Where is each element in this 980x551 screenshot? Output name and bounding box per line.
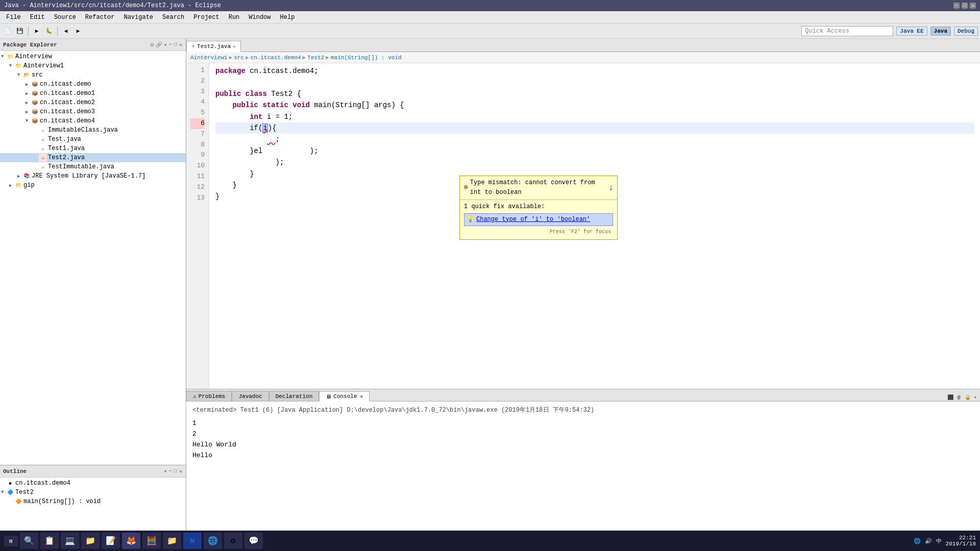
taskbar-calc[interactable]: 🧮 [142,533,161,549]
maximize-panel-button[interactable]: □ [174,41,178,48]
outline-item[interactable]: 🔶main(String[]) : void [0,497,186,506]
menu-button[interactable]: ▾ [163,41,167,48]
breadcrumb-item-3[interactable]: cn.itcast.demo4 [251,55,301,61]
tree-item[interactable]: ☕Test1.java [0,144,186,153]
outline-item[interactable]: ◆cn.itcast.demo4 [0,479,186,488]
toolbar-new[interactable]: 📄 [2,26,13,37]
menu-item-run[interactable]: Run [225,13,244,22]
tree-item[interactable]: ☕Test2.java [0,153,186,162]
taskbar-cortana[interactable]: 💻 [61,533,79,549]
console-label: Console [333,393,357,399]
tree-item[interactable]: ▶📦cn.itcast.demo [0,80,186,89]
tree-item[interactable]: ▶📚JRE System Library [JavaSE-1.7] [0,171,186,181]
tree-arrow[interactable]: ▶ [26,82,31,87]
tree-item[interactable]: ▶📁gip [0,181,186,190]
outline-menu[interactable]: ▾ [163,468,167,475]
outline-minimize[interactable]: ─ [168,468,173,475]
taskbar-explorer[interactable]: 📁 [81,533,100,549]
toolbar-back[interactable]: ◀ [60,26,71,37]
taskbar-notepad[interactable]: 📝 [102,533,120,549]
keyboard-layout: 中 [936,537,942,545]
tree-item[interactable]: ▼📦cn.itcast.demo4 [0,116,186,126]
tree-item[interactable]: ☕TestImmutable.java [0,162,186,171]
maximize-button[interactable]: □ [962,3,968,9]
toolbar-debug[interactable]: 🐛 [43,26,55,37]
perspective-java[interactable]: Java [930,27,951,36]
code-line-7: ; [215,134,974,145]
tab-console[interactable]: 🖥 Console ✕ [319,391,370,402]
tree-item[interactable]: ▼📁Ainterview1 [0,61,186,70]
taskbar-firefox[interactable]: 🦊 [122,533,140,549]
tree-arrow[interactable]: ▼ [1,54,6,59]
start-button[interactable]: ⊞ [4,536,18,546]
editor-tab-test2[interactable]: ⚡ Test2.java ✕ [186,41,241,52]
menu-item-edit[interactable]: Edit [26,13,49,22]
menu-item-project[interactable]: Project [189,13,223,22]
taskbar-taskview[interactable]: 📋 [40,533,59,549]
taskbar-search[interactable]: 🔍 [20,533,38,549]
outline-item[interactable]: ▼🔷Test2 [0,488,186,497]
breadcrumb-item-1[interactable]: Ainterview1 [190,55,228,61]
tab-problems[interactable]: ⚠ Problems [186,391,232,401]
code-editor[interactable]: 1 2 3 4 5 6 7 8 9 10 11 12 13 package cn… [186,63,980,389]
menu-item-help[interactable]: Help [276,13,299,22]
console-close[interactable]: ✕ [360,394,363,399]
menu-item-source[interactable]: Source [50,13,80,22]
tree-arrow[interactable]: ▶ [26,91,31,96]
close-button[interactable]: ✕ [970,3,976,9]
menu-item-window[interactable]: Window [244,13,275,22]
quick-access-input[interactable]: Quick Access [801,26,893,36]
tooltip-fix-item[interactable]: 💡 Change type of 'i' to 'boolean' [464,213,613,226]
perspective-java-ee[interactable]: Java EE [896,27,927,36]
tree-arrow[interactable]: ▶ [17,173,22,179]
console-terminate[interactable]: ⬛ [946,394,954,401]
tree-arrow[interactable]: ▶ [26,109,31,115]
tree-arrow[interactable]: ▼ [9,63,14,68]
outline-close[interactable]: ✕ [179,468,183,475]
minimize-panel-button[interactable]: ─ [168,41,173,48]
tree-item[interactable]: ▶📦cn.itcast.demo3 [0,107,186,116]
taskbar-word[interactable]: W [183,533,202,549]
console-content: <terminated> Test1 (6) [Java Application… [186,402,980,537]
console-menu[interactable]: ▾ [973,394,978,401]
menu-item-refactor[interactable]: Refactor [81,13,119,22]
toolbar-save[interactable]: 💾 [14,26,26,37]
menu-item-navigate[interactable]: Navigate [119,13,157,22]
breadcrumb-item-5[interactable]: main(String[]) : void [331,55,402,61]
taskbar-browser[interactable]: 🌐 [204,533,222,549]
tab-declaration[interactable]: Declaration [269,391,320,401]
tree-item[interactable]: ▶📦cn.itcast.demo2 [0,98,186,107]
code-content[interactable]: package cn.itcast.demo4; public class Te… [209,63,980,389]
menu-item-file[interactable]: File [2,13,25,22]
tab-close-button[interactable]: ✕ [233,44,235,49]
tree-item[interactable]: ☕ImmutableClass.java [0,126,186,135]
console-scroll-lock[interactable]: 🔒 [964,394,972,401]
console-clear[interactable]: 🗑 [955,394,963,401]
tree-arrow[interactable]: ▶ [9,183,14,188]
taskbar-settings[interactable]: ⚙ [224,533,242,549]
tree-arrow[interactable]: ▶ [26,100,31,106]
tree-item[interactable]: ☕Test.java [0,135,186,144]
editor-tabs: ⚡ Test2.java ✕ [186,39,980,52]
taskbar-folder[interactable]: 📁 [163,533,181,549]
tree-item[interactable]: ▼📁Ainterview [0,52,186,61]
breadcrumb-item-4[interactable]: Test2 [307,55,324,61]
outline-maximize[interactable]: □ [174,468,178,475]
close-panel-button[interactable]: ✕ [179,41,183,48]
toolbar-run[interactable]: ▶ [31,26,42,37]
fix-link[interactable]: Change type of 'i' to 'boolean' [476,215,590,224]
tree-arrow[interactable]: ▼ [17,72,22,78]
link-editor-button[interactable]: 🔗 [155,41,162,48]
tab-javadoc[interactable]: Javadoc [232,391,268,401]
breadcrumb-item-2[interactable]: src [234,55,244,61]
menu-item-search[interactable]: Search [158,13,188,22]
tree-item[interactable]: ▼📂src [0,70,186,80]
collapse-all-button[interactable]: ⊟ [150,41,154,48]
taskbar-wechat[interactable]: 💬 [244,533,263,549]
tree-arrow[interactable]: ▼ [26,118,31,123]
toolbar-forward[interactable]: ▶ [72,26,84,37]
editor-area: ⚡ Test2.java ✕ Ainterview1 ▶ src ▶ cn.it… [186,39,980,537]
minimize-button[interactable]: ─ [953,3,960,9]
perspective-debug[interactable]: Debug [954,27,978,36]
tree-item[interactable]: ▶📦cn.itcast.demo1 [0,89,186,98]
